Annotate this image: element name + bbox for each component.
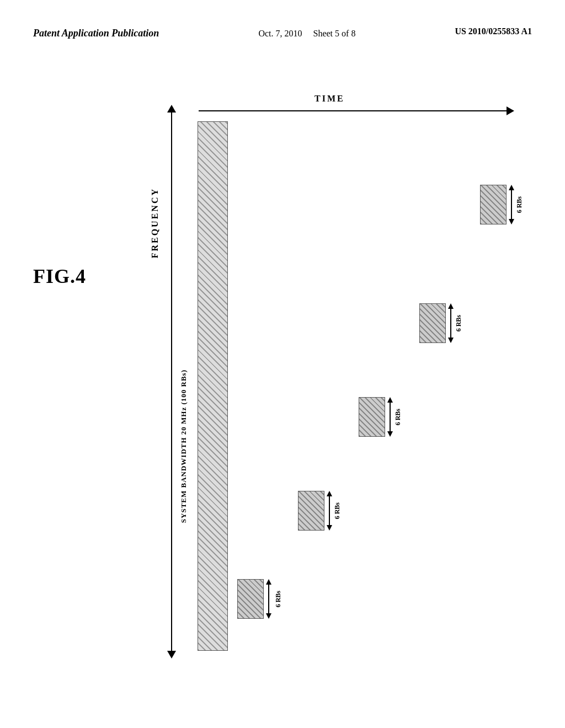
- rb-label-5: 6 RBs: [516, 196, 523, 213]
- rb-rect-3: [359, 397, 385, 437]
- rb-arrow-down-2: [327, 525, 332, 531]
- frequency-axis-arrow-up: [167, 105, 176, 113]
- rb-label-3: 6 RBs: [395, 409, 401, 425]
- rb-arrow-up-3: [387, 397, 393, 403]
- publication-title: Patent Application Publication: [33, 26, 159, 40]
- rb-rect-5: [480, 185, 507, 224]
- rb-arrow-up-5: [509, 185, 514, 190]
- rb-line-2: [329, 496, 330, 525]
- rb-arrow-up-1: [266, 579, 271, 585]
- rb-annotation-4: [448, 303, 454, 343]
- rb-arrow-up-4: [448, 303, 454, 309]
- rb-block-1: 6 RBs: [237, 579, 281, 619]
- publication-date: Oct. 7, 2010: [258, 29, 302, 38]
- rb-line-5: [511, 190, 512, 219]
- bandwidth-label: SYSTEM BANDWIDTH 20 MHz (100 RBs): [179, 370, 188, 523]
- rb-annotation-5: [509, 185, 514, 224]
- time-axis-arrow: [507, 106, 514, 115]
- rb-line-1: [268, 585, 269, 613]
- rb-rect-2: [298, 491, 324, 531]
- rb-block-2: 6 RBs: [298, 491, 340, 531]
- figure-label: FIG.4: [33, 265, 86, 288]
- rb-rect-1: [237, 579, 264, 619]
- rb-block-3: 6 RBs: [359, 397, 401, 437]
- rb-arrow-down-1: [266, 613, 271, 619]
- rb-arrow-up-2: [327, 491, 332, 496]
- rb-label-2: 6 RBs: [334, 502, 340, 519]
- rb-block-5: 6 RBs: [480, 185, 523, 224]
- rb-annotation-2: [327, 491, 332, 531]
- publication-date-sheet: Oct. 7, 2010 Sheet 5 of 8: [258, 26, 355, 41]
- frequency-label: FREQUENCY: [150, 188, 160, 258]
- time-label: TIME: [315, 94, 345, 104]
- rb-line-4: [450, 309, 451, 338]
- diagram-area: TIME FREQUENCY SYSTEM BANDWIDTH 20 MHz (…: [110, 77, 530, 695]
- sheet-number: Sheet 5 of 8: [313, 29, 356, 38]
- rb-label-4: 6 RBs: [455, 315, 462, 331]
- frequency-axis-arrow-down: [167, 651, 176, 659]
- rb-block-4: 6 RBs: [419, 303, 462, 343]
- time-axis: [199, 110, 508, 111]
- rb-arrow-down-3: [387, 431, 393, 437]
- frequency-axis: [171, 110, 172, 651]
- page-header: Patent Application Publication Oct. 7, 2…: [0, 26, 565, 41]
- rb-label-1: 6 RBs: [275, 591, 281, 607]
- rb-arrow-down-4: [448, 338, 454, 343]
- rb-annotation-3: [387, 397, 393, 437]
- rb-annotation-1: [266, 579, 271, 619]
- rb-line-3: [390, 403, 391, 431]
- patent-number: US 2010/0255833 A1: [455, 26, 532, 36]
- rb-rect-4: [419, 303, 446, 343]
- system-bandwidth-rect: [198, 121, 228, 651]
- rb-arrow-down-5: [509, 219, 514, 224]
